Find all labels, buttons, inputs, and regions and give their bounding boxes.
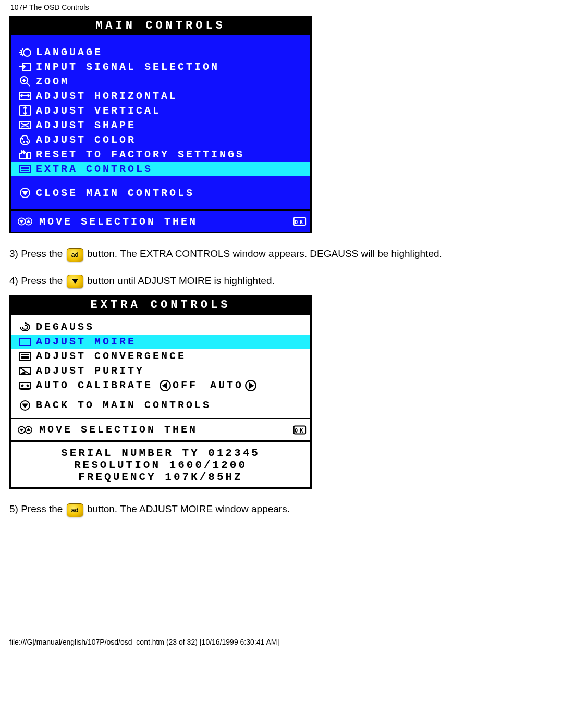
menu-label: ZOOM (36, 76, 307, 88)
step-3-suffix: button. The EXTRA CONTROLS window appear… (87, 248, 442, 259)
menu-item-degauss[interactable]: DEGAUSS (11, 320, 310, 335)
step-4: 4) Press the button until ADJUST MOIRE i… (0, 268, 563, 294)
menu-label: ADJUST COLOR (36, 134, 307, 146)
menu-label: INPUT SIGNAL SELECTION (36, 61, 307, 73)
down-circle-icon (14, 399, 36, 412)
svg-marker-20 (20, 220, 23, 223)
svg-marker-44 (20, 429, 23, 431)
ok-icon: OK (292, 215, 307, 228)
step-5-prefix: 5) Press the (9, 503, 63, 514)
step-5-suffix: button. The ADJUST MOIRE window appears. (87, 503, 290, 514)
svg-point-11 (27, 141, 28, 143)
arrow-left-circle-icon (158, 379, 173, 392)
menu-label: LANGUAGE (36, 46, 307, 58)
svg-text:OK: OK (295, 219, 305, 225)
menu-item-auto-calibrate[interactable]: AUTO CALIBRATE OFF AUTO (11, 378, 310, 393)
page-header: 107P The OSD Controls (0, 0, 563, 16)
osd-main-footer: MOVE SELECTION THEN OK (11, 209, 310, 232)
menu-label: ADJUST HORIZONTAL (36, 90, 307, 102)
menu-item-adjust-purity[interactable]: ADJUST PURITY (11, 364, 310, 378)
menu-label: ADJUST SHAPE (36, 119, 307, 131)
calibrate-icon (14, 379, 36, 392)
horizontal-icon (14, 90, 36, 102)
menu-label: CLOSE MAIN CONTROLS (36, 187, 307, 199)
ok-button-icon: ad (67, 247, 83, 262)
menu-label: ADJUST MOIRE (36, 336, 307, 348)
menu-item-adjust-color[interactable]: ADJUST COLOR (11, 132, 310, 147)
menu-item-adjust-moire[interactable]: ADJUST MOIRE (11, 335, 310, 349)
footer-text: MOVE SELECTION THEN (39, 424, 292, 436)
menu-label: ADJUST PURITY (36, 365, 307, 377)
svg-point-36 (27, 385, 29, 387)
menu-item-zoom[interactable]: ZOOM (11, 74, 310, 89)
convergence-icon (14, 350, 36, 363)
svg-text:OK: OK (295, 427, 305, 433)
ok-button-icon: ad (67, 502, 83, 517)
menu-item-extra-controls[interactable]: EXTRA CONTROLS (11, 162, 310, 176)
svg-point-0 (23, 49, 31, 56)
menu-label: RESET TO FACTORY SETTINGS (36, 149, 307, 161)
step-5: 5) Press the ad button. The ADJUST MOIRE… (0, 496, 563, 523)
menu-label: BACK TO MAIN CONTROLS (36, 399, 307, 411)
menu-item-adjust-shape[interactable]: ADJUST SHAPE (11, 118, 310, 132)
step-3-prefix: 3) Press the (9, 248, 63, 259)
osd-extra-title: EXTRA CONTROLS (11, 297, 310, 315)
page-footer: file:///G|/manual/english/107P/osd/osd_c… (0, 523, 563, 651)
down-button-icon (67, 275, 83, 289)
menu-label: ADJUST CONVERGENCE (36, 350, 307, 362)
ok-icon: OK (292, 424, 307, 436)
step-4-prefix: 4) Press the (9, 275, 63, 286)
menu-item-input-signal[interactable]: INPUT SIGNAL SELECTION (11, 59, 310, 74)
purity-icon (14, 365, 36, 377)
input-icon (14, 60, 36, 73)
factory-icon (14, 148, 36, 161)
svg-marker-25 (72, 279, 78, 284)
svg-point-10 (23, 141, 25, 143)
svg-point-28 (23, 340, 27, 343)
menu-item-adjust-vertical[interactable]: ADJUST VERTICAL (11, 103, 310, 118)
arrow-right-circle-icon (243, 379, 258, 392)
osd-main-controls: MAIN CONTROLS LANGUAGE INPUT SIGNAL SELE… (9, 16, 312, 233)
shape-icon (14, 119, 36, 131)
calibrate-off: OFF (173, 379, 198, 391)
svg-marker-22 (27, 220, 30, 223)
svg-point-27 (21, 339, 29, 344)
svg-point-9 (22, 138, 23, 140)
vertical-icon (14, 104, 36, 117)
osd-main-title: MAIN CONTROLS (11, 17, 310, 35)
menu-item-back[interactable]: BACK TO MAIN CONTROLS (11, 398, 310, 413)
zoom-icon (14, 75, 36, 88)
svg-marker-42 (22, 404, 28, 408)
menu-item-adjust-horizontal[interactable]: ADJUST HORIZONTAL (11, 89, 310, 103)
menu-item-language[interactable]: LANGUAGE (11, 45, 310, 59)
svg-line-5 (27, 83, 30, 86)
info-frequency: FREQUENCY 107K/85HZ (11, 471, 310, 483)
updown-icon (14, 424, 36, 436)
calibrate-auto: AUTO (210, 379, 243, 391)
footer-text: MOVE SELECTION THEN (39, 216, 292, 228)
svg-rect-34 (19, 382, 31, 389)
menu-item-reset-factory[interactable]: RESET TO FACTORY SETTINGS (11, 147, 310, 162)
degauss-icon (14, 321, 36, 334)
info-resolution: RESOLUTION 1600/1200 (11, 459, 310, 471)
svg-marker-18 (22, 191, 28, 195)
updown-icon (14, 215, 36, 228)
language-icon (14, 46, 36, 58)
step-4-suffix: button until ADJUST MOIRE is highlighted… (87, 275, 275, 286)
osd-extra-footer: MOVE SELECTION THEN OK (11, 419, 310, 440)
svg-point-35 (21, 385, 23, 387)
osd-extra-controls: EXTRA CONTROLS DEGAUSS ADJUST MOIRE ADJU… (9, 295, 312, 489)
list-icon (14, 163, 36, 175)
menu-item-adjust-convergence[interactable]: ADJUST CONVERGENCE (11, 349, 310, 364)
calibrate-label: AUTO CALIBRATE (36, 379, 153, 391)
menu-label: EXTRA CONTROLS (36, 163, 307, 175)
moire-icon (14, 336, 36, 348)
info-serial: SERIAL NUMBER TY 012345 (11, 447, 310, 459)
down-circle-icon (14, 187, 36, 199)
step-3: 3) Press the ad button. The EXTRA CONTRO… (0, 241, 563, 268)
svg-rect-12 (27, 152, 30, 158)
menu-item-close[interactable]: CLOSE MAIN CONTROLS (11, 186, 310, 200)
svg-rect-26 (19, 338, 31, 346)
menu-label: DEGAUSS (36, 321, 307, 333)
menu-label: ADJUST VERTICAL (36, 105, 307, 117)
